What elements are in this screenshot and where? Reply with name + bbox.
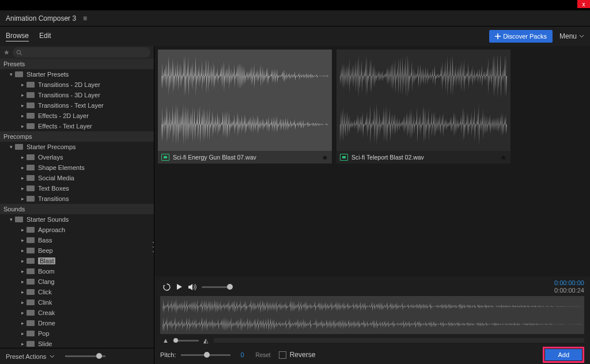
folder-icon <box>15 144 23 150</box>
folder-icon <box>27 320 35 326</box>
chevron-right-icon: ▸ <box>20 123 25 129</box>
tree-item[interactable]: ▸Boom <box>0 266 154 276</box>
tree-label: Shape Elements <box>38 164 85 171</box>
appbar: Animation Composer 3 ≡ <box>0 10 590 26</box>
chevron-right-icon: ▸ <box>20 320 25 326</box>
folder-icon <box>27 123 35 129</box>
tree-parent[interactable]: ▾Starter Presets <box>0 69 154 79</box>
tab-edit[interactable]: Edit <box>39 32 51 41</box>
tree-item[interactable]: ▸Clink <box>0 297 154 308</box>
preview-panel: 0:00:00:00 0:00:00:24 ▲ ◭ <box>154 276 590 346</box>
tree-item[interactable]: ▸Social Media <box>0 173 154 183</box>
asset-card[interactable]: Sci-fi Teleport Blast 02.wav★ <box>336 50 510 164</box>
main-panel: Sci-fi Energy Gun Blast 07.wav★Sci-fi Te… <box>154 46 590 364</box>
chevron-down-icon[interactable] <box>50 355 55 358</box>
tree-label: Transitions - 3D Layer <box>38 92 100 98</box>
tree-label: Starter Precomps <box>27 143 76 150</box>
preset-actions-label: Preset Actions <box>6 353 46 360</box>
tree-item[interactable]: ▸Beep <box>0 245 154 256</box>
folder-icon <box>27 103 35 108</box>
category-tree[interactable]: Presets▾Starter Presets▸Transitions - 2D… <box>0 59 154 348</box>
tree-item[interactable]: ▸Overlays <box>0 152 154 162</box>
tree-item[interactable]: ▸Blast <box>0 256 154 266</box>
chevron-right-icon: ▸ <box>20 196 25 202</box>
tree-item[interactable]: ▸Transitions - 3D Layer <box>0 90 154 100</box>
folder-icon <box>27 299 35 305</box>
chevron-down-icon <box>579 35 584 38</box>
tree-item[interactable]: ▸Transitions <box>0 194 154 204</box>
waveform-icon <box>162 316 582 332</box>
favorite-button[interactable]: ★ <box>500 153 507 162</box>
asset-name: Sci-fi Energy Gun Blast 07.wav <box>173 154 256 161</box>
search-input[interactable] <box>13 47 150 58</box>
timecode-total: 0:00:00:24 <box>554 287 584 294</box>
waveform-icon <box>340 101 507 147</box>
pitch-reset-button[interactable]: Reset <box>256 352 271 358</box>
volume-button[interactable] <box>186 280 198 293</box>
loop-button[interactable] <box>160 280 173 293</box>
tree-label: Clang <box>38 278 55 285</box>
tree-parent[interactable]: ▾Starter Sounds <box>0 214 154 225</box>
waveform-thumbnail <box>158 50 332 151</box>
tree-item[interactable]: ▸Approach <box>0 225 154 235</box>
app-menu-icon[interactable]: ≡ <box>83 14 87 22</box>
menu-button[interactable]: Menu <box>559 32 584 40</box>
tree-item[interactable]: ▸Text Boxes <box>0 183 154 194</box>
panel-resize-handle[interactable] <box>153 242 154 252</box>
favorite-button[interactable]: ★ <box>322 153 328 162</box>
folder-icon <box>27 258 35 264</box>
tree-item[interactable]: ▸Transitions - 2D Layer <box>0 79 154 90</box>
zoom-in-icon[interactable]: ◭ <box>201 337 210 344</box>
preview-controls: 0:00:00:00 0:00:00:24 <box>160 280 584 294</box>
tree-item[interactable]: ▸Click <box>0 287 154 297</box>
window-close-button[interactable]: x <box>577 0 590 8</box>
thumbnail-size-slider[interactable] <box>65 355 105 357</box>
folder-icon <box>27 196 35 202</box>
waveform-thumbnail <box>336 50 510 151</box>
tree-item[interactable]: ▸Effects - 2D Layer <box>0 111 154 121</box>
pitch-value[interactable]: 0 <box>237 351 248 358</box>
discover-packs-button[interactable]: Discover Packs <box>489 30 553 43</box>
search-row: ★ <box>0 46 154 59</box>
chevron-right-icon: ▸ <box>20 248 25 253</box>
tree-label: Transitions <box>38 195 69 202</box>
audio-type-icon <box>340 154 348 161</box>
pitch-slider[interactable] <box>181 354 230 356</box>
asset-caption: Sci-fi Energy Gun Blast 07.wav★ <box>158 151 332 164</box>
zoom-out-icon[interactable]: ▲ <box>160 337 171 344</box>
waveform-icon <box>162 298 582 314</box>
tree-item[interactable]: ▸Pop <box>0 328 154 339</box>
asset-card[interactable]: Sci-fi Energy Gun Blast 07.wav★ <box>158 50 332 164</box>
tree-label: Transitions - Text Layer <box>38 102 104 109</box>
chevron-right-icon: ▸ <box>20 103 25 108</box>
chevron-right-icon: ▸ <box>20 185 25 191</box>
timeline-scrollbar[interactable] <box>214 338 584 343</box>
chevron-right-icon: ▸ <box>20 279 25 285</box>
add-button[interactable]: Add <box>545 349 582 361</box>
tree-item[interactable]: ▸Slide <box>0 339 154 348</box>
tab-browse[interactable]: Browse <box>6 32 29 41</box>
folder-icon <box>27 268 35 274</box>
tree-parent[interactable]: ▾Starter Precomps <box>0 142 154 152</box>
tree-item[interactable]: ▸Shape Elements <box>0 162 154 173</box>
folder-icon <box>27 237 35 243</box>
tree-item[interactable]: ▸Drone <box>0 318 154 328</box>
sidebar: ★ Presets▾Starter Presets▸Transitions - … <box>0 46 154 364</box>
chevron-right-icon: ▸ <box>20 154 25 160</box>
tree-item[interactable]: ▸Transitions - Text Layer <box>0 100 154 111</box>
menu-label: Menu <box>559 32 577 40</box>
tree-item[interactable]: ▸Clang <box>0 276 154 287</box>
tree-item[interactable]: ▸Creak <box>0 308 154 318</box>
zoom-slider[interactable] <box>173 340 199 342</box>
folder-icon <box>27 92 35 98</box>
tree-label: Slide <box>38 340 52 347</box>
preview-waveform[interactable] <box>160 296 584 334</box>
tree-item[interactable]: ▸Effects - Text Layer <box>0 121 154 131</box>
tree-item[interactable]: ▸Bass <box>0 235 154 245</box>
volume-slider[interactable] <box>202 286 233 288</box>
search-icon <box>16 50 22 56</box>
play-button[interactable] <box>173 280 186 293</box>
reverse-checkbox[interactable] <box>279 351 286 359</box>
favorites-filter-button[interactable]: ★ <box>0 48 13 56</box>
titlebar: x <box>0 0 590 10</box>
